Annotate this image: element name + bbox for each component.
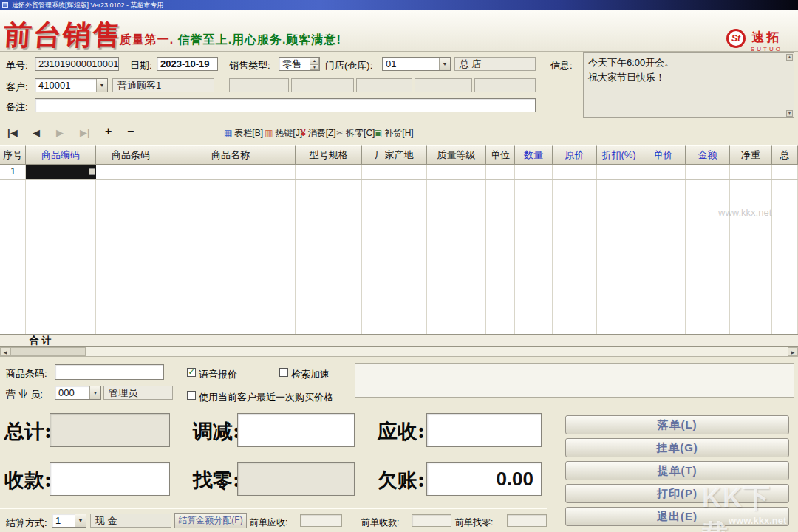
column-header-13[interactable]: 净重 [730, 145, 772, 165]
brand-name-en: SUTUO [751, 46, 782, 52]
settle-method-name: 现 金 [90, 514, 171, 528]
sale-type-spinner[interactable]: 零售 ▲ ▼ [279, 57, 320, 71]
info-label: 信息: [550, 59, 573, 72]
store-select[interactable]: 01 ▼ [382, 57, 451, 71]
check-icon: ✓ [188, 367, 194, 377]
header-banner: 前台销售 - 质量第一. 信誉至上.用心服务.顾客满意! St 速拓 SUTUO [0, 10, 798, 52]
row-number-cell[interactable]: 1 [0, 165, 26, 179]
spinner-buttons[interactable]: ▲ ▼ [310, 58, 319, 70]
columns-button[interactable]: ▦ 表栏[B] [224, 126, 263, 140]
place-order-button[interactable]: 落单(L) [565, 415, 789, 434]
customer-name-field: 普通顾客1 [112, 78, 214, 92]
info-line-1: 今天下午6:00开会。 [588, 55, 785, 70]
prev-change-field [507, 514, 547, 527]
store-name-field: 总 店 [454, 57, 536, 71]
table-body-column [166, 165, 296, 334]
column-header-1[interactable]: 商品编码 [26, 145, 96, 165]
last-price-label[interactable]: 使用当前客户最近一次购买价格 [199, 391, 333, 404]
cell-edit-button[interactable] [89, 168, 95, 175]
voice-quote-label[interactable]: 语音报价 [199, 368, 237, 381]
column-header-7[interactable]: 单位 [486, 145, 515, 165]
add-row-button[interactable]: + [105, 125, 112, 138]
prev-receivable-field [300, 514, 342, 527]
remark-input[interactable] [35, 98, 536, 112]
debt-label: 欠账: [378, 467, 425, 494]
column-header-5[interactable]: 厂家产地 [362, 145, 427, 165]
prev-received-field [412, 514, 451, 527]
restock-button[interactable]: ▣ 补货[H] [374, 126, 414, 140]
column-header-14[interactable]: 总 [772, 145, 798, 165]
column-header-3[interactable]: 商品名称 [166, 145, 296, 165]
dropdown-arrow-icon[interactable]: ▼ [439, 58, 450, 70]
selected-cell[interactable] [26, 165, 96, 179]
horizontal-scrollbar[interactable]: ◀ ▶ [0, 347, 798, 356]
title-bar[interactable]: 速拓外贸管理系统[辉煌版] Ver23.0102 - 某超市专用 [0, 0, 798, 10]
search-speed-label[interactable]: 检索加速 [291, 368, 330, 381]
adjust-input[interactable] [237, 413, 355, 447]
column-header-6[interactable]: 质量等级 [427, 145, 486, 165]
spin-up-icon[interactable]: ▲ [310, 58, 319, 64]
info-scroll-up-icon[interactable]: ▲ [786, 54, 793, 61]
watermark-small: www.kkx.net [729, 515, 786, 526]
column-header-0[interactable]: 序号 [0, 145, 26, 165]
scroll-right-icon[interactable]: ▶ [788, 347, 798, 356]
prev-receivable-label: 前单应收: [250, 516, 287, 529]
consume-button[interactable]: ¥ 消费[Z] [301, 126, 336, 140]
order-field: 231019000010001 [35, 57, 119, 71]
barcode-input[interactable] [55, 364, 164, 380]
column-header-9[interactable]: 原价 [553, 145, 597, 165]
dropdown-arrow-icon[interactable]: ▼ [75, 514, 86, 527]
dropdown-arrow-icon[interactable]: ▼ [96, 79, 107, 92]
first-record-button[interactable]: |◀ [7, 127, 18, 138]
scroll-left-icon[interactable]: ◀ [0, 347, 10, 356]
settle-method-select[interactable]: 1 ▼ [52, 514, 86, 528]
watermark-grid: www.kkx.net [718, 207, 771, 218]
receivable-input[interactable] [426, 413, 542, 447]
slogan: - 质量第一. 信誉至上.用心服务.顾客满意! [111, 33, 341, 48]
table-body-column [597, 165, 641, 334]
date-field[interactable]: 2023-10-19 [157, 57, 218, 71]
split-button[interactable]: ✂ 拆零[C] [336, 126, 375, 140]
info-panel: 今天下午6:00开会。 祝大家节日快乐！ ▲ ▼ [583, 52, 794, 118]
allocate-amount-button[interactable]: 结算金额分配(F) [174, 513, 247, 528]
column-header-12[interactable]: 金额 [686, 145, 730, 165]
scrollbar-thumb[interactable] [10, 347, 86, 356]
table-body-column [296, 165, 362, 334]
info-scroll-down-icon[interactable]: ▼ [786, 110, 793, 117]
dropdown-arrow-icon[interactable]: ▼ [89, 386, 100, 399]
last-record-button[interactable]: ▶| [80, 127, 90, 138]
delete-row-button[interactable]: − [127, 125, 134, 138]
prev-record-button[interactable]: ◀ [33, 127, 40, 138]
display-panel [355, 363, 794, 398]
table-body-column [486, 165, 515, 334]
change-label: 找零: [193, 467, 240, 494]
column-header-4[interactable]: 型号规格 [296, 145, 362, 165]
hotkey-button[interactable]: ▥ 热键[J] [265, 126, 302, 140]
table-row[interactable]: 1 [0, 165, 798, 180]
column-header-2[interactable]: 商品条码 [96, 145, 166, 165]
brand-logo-icon: St [726, 29, 746, 48]
column-header-10[interactable]: 折扣(%) [597, 145, 641, 165]
empty-field-1 [229, 78, 289, 92]
search-speed-checkbox[interactable]: ✓ [279, 368, 288, 377]
empty-field-2 [291, 78, 354, 92]
clerk-name-field: 管理员 [103, 386, 173, 400]
restock-icon: ▣ [374, 129, 382, 137]
split-icon: ✂ [336, 129, 344, 137]
total-label: 总计: [4, 418, 52, 445]
retrieve-order-button[interactable]: 提单(T) [565, 461, 789, 480]
app-icon [2, 2, 8, 8]
last-price-checkbox[interactable]: ✓ [187, 391, 196, 400]
column-header-11[interactable]: 单价 [641, 145, 686, 165]
next-record-button[interactable]: ▶ [56, 127, 64, 138]
table-body[interactable] [0, 165, 798, 334]
hold-order-button[interactable]: 挂单(G) [565, 438, 789, 457]
voice-quote-checkbox[interactable]: ✓ [187, 368, 196, 377]
customer-select[interactable]: 410001 ▼ [35, 78, 108, 92]
split-button-label: 拆零[C] [346, 127, 375, 140]
received-input[interactable] [50, 462, 170, 496]
clerk-select[interactable]: 000 ▼ [55, 386, 101, 400]
column-header-8[interactable]: 数量 [515, 145, 553, 165]
spin-down-icon[interactable]: ▼ [310, 64, 319, 71]
clerk-value: 000 [58, 386, 75, 399]
